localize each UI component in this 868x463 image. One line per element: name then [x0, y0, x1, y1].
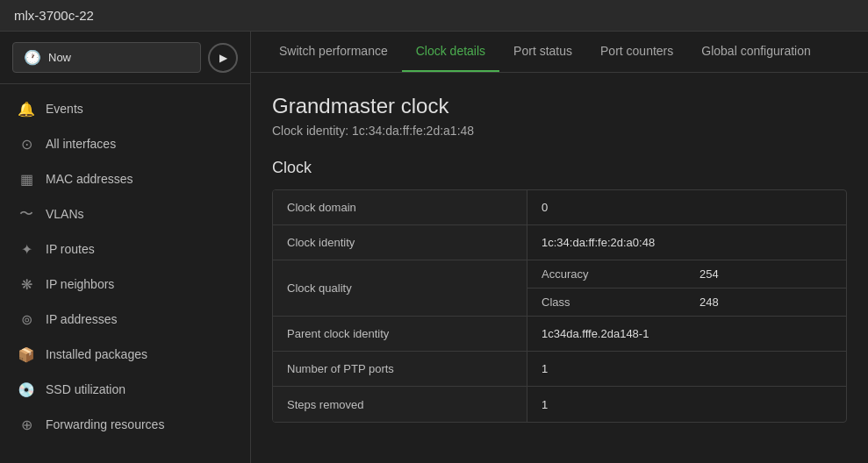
clock-section-title: Clock [272, 159, 847, 177]
sub-value-clock-quality-class: 248 [699, 296, 719, 309]
title-bar: mlx-3700c-22 [0, 0, 868, 32]
sidebar-item-label-events: Events [46, 102, 83, 116]
sidebar: 🕐 Now ▶ 🔔 Events ⊙ All interfaces ▦ MAC … [0, 32, 251, 463]
table-row-clock-quality: Clock quality Accuracy 254 Class 248 [273, 260, 846, 317]
time-input[interactable]: 🕐 Now [12, 42, 201, 73]
tab-clock-details[interactable]: Clock details [402, 32, 499, 72]
cell-label-parent-clock-identity: Parent clock identity [273, 317, 527, 351]
sidebar-item-label-installed-packages: Installed packages [46, 347, 147, 361]
cell-value-clock-identity: 1c:34:da:ff:fe:2d:a0:48 [527, 225, 846, 260]
tab-port-status[interactable]: Port status [499, 32, 586, 72]
nav-items: 🔔 Events ⊙ All interfaces ▦ MAC addresse… [0, 84, 250, 449]
sidebar-item-events[interactable]: 🔔 Events [0, 91, 250, 126]
mac-addresses-icon: ▦ [18, 170, 35, 188]
tab-switch-performance[interactable]: Switch performance [265, 32, 402, 72]
all-interfaces-icon: ⊙ [18, 135, 35, 153]
cell-value-clock-domain: 0 [527, 190, 846, 224]
sidebar-item-all-interfaces[interactable]: ⊙ All interfaces [0, 126, 250, 161]
sidebar-item-ip-addresses[interactable]: ⊚ IP addresses [0, 302, 250, 337]
device-name: mlx-3700c-22 [14, 8, 94, 23]
grandmaster-title: Grandmaster clock [272, 94, 847, 118]
forwarding-resources-icon: ⊕ [18, 416, 35, 433]
play-icon: ▶ [219, 52, 227, 64]
table-row-steps-removed: Steps removed1 [273, 387, 846, 422]
sidebar-item-ip-routes[interactable]: ✦ IP routes [0, 232, 250, 267]
tab-global-configuration[interactable]: Global configuration [687, 32, 825, 72]
sub-label-clock-quality-accuracy: Accuracy [542, 267, 699, 281]
table-row-clock-identity: Clock identity1c:34:da:ff:fe:2d:a0:48 [273, 225, 846, 260]
table-row-clock-domain: Clock domain0 [273, 190, 846, 225]
cell-label-clock-identity: Clock identity [273, 225, 527, 260]
table-row-number-of-ptp-ports: Number of PTP ports1 [273, 352, 846, 387]
sidebar-item-label-all-interfaces: All interfaces [46, 137, 116, 151]
clock-icon: 🕐 [24, 49, 41, 66]
sidebar-item-forwarding-resources[interactable]: ⊕ Forwarding resources [0, 407, 250, 442]
sidebar-item-ip-neighbors[interactable]: ❋ IP neighbors [0, 267, 250, 302]
sidebar-item-vlans[interactable]: 〜 VLANs [0, 196, 250, 232]
tabs-bar: Switch performanceClock detailsPort stat… [251, 32, 868, 73]
sidebar-item-label-ip-addresses: IP addresses [46, 312, 117, 326]
events-icon: 🔔 [18, 100, 35, 118]
sidebar-item-installed-packages[interactable]: 📦 Installed packages [0, 337, 250, 372]
clock-identity-line: Clock identity: 1c:34:da:ff:fe:2d:a1:48 [272, 124, 847, 138]
sidebar-item-label-forwarding-resources: Forwarding resources [46, 417, 164, 431]
cell-value-parent-clock-identity: 1c34da.fffe.2da148-1 [527, 317, 846, 351]
play-button[interactable]: ▶ [208, 43, 238, 73]
sidebar-item-label-mac-addresses: MAC addresses [46, 172, 133, 186]
cell-sub-clock-quality: Accuracy 254 Class 248 [527, 260, 846, 316]
installed-packages-icon: 📦 [18, 345, 35, 363]
cell-label-number-of-ptp-ports: Number of PTP ports [273, 352, 527, 386]
sub-row-clock-quality-accuracy: Accuracy 254 [527, 260, 846, 288]
sub-value-clock-quality-accuracy: 254 [699, 267, 719, 281]
ip-addresses-icon: ⊚ [18, 310, 35, 328]
vlans-icon: 〜 [18, 205, 35, 223]
content-area: Switch performanceClock detailsPort stat… [251, 32, 868, 463]
sidebar-item-label-ip-neighbors: IP neighbors [46, 277, 114, 291]
sub-row-clock-quality-class: Class 248 [527, 288, 846, 316]
page-content: Grandmaster clock Clock identity: 1c:34:… [251, 73, 868, 463]
cell-value-number-of-ptp-ports: 1 [527, 352, 846, 386]
time-bar: 🕐 Now ▶ [0, 32, 250, 84]
ip-routes-icon: ✦ [18, 240, 35, 258]
cell-value-steps-removed: 1 [527, 387, 846, 422]
sidebar-item-label-vlans: VLANs [46, 207, 84, 221]
sidebar-item-label-ssd-utilization: SSD utilization [46, 382, 126, 396]
sub-label-clock-quality-class: Class [542, 296, 699, 309]
main-layout: 🕐 Now ▶ 🔔 Events ⊙ All interfaces ▦ MAC … [0, 32, 868, 463]
clock-table: Clock domain0Clock identity1c:34:da:ff:f… [272, 189, 847, 423]
time-label: Now [48, 51, 71, 64]
ip-neighbors-icon: ❋ [18, 275, 35, 293]
cell-label-steps-removed: Steps removed [273, 387, 527, 422]
ssd-utilization-icon: 💿 [18, 381, 35, 398]
sidebar-item-ssd-utilization[interactable]: 💿 SSD utilization [0, 372, 250, 407]
table-row-parent-clock-identity: Parent clock identity1c34da.fffe.2da148-… [273, 317, 846, 352]
tab-port-counters[interactable]: Port counters [586, 32, 687, 72]
sidebar-item-mac-addresses[interactable]: ▦ MAC addresses [0, 161, 250, 196]
cell-label-clock-quality: Clock quality [273, 260, 527, 316]
sidebar-item-label-ip-routes: IP routes [46, 242, 95, 256]
cell-label-clock-domain: Clock domain [273, 190, 527, 224]
